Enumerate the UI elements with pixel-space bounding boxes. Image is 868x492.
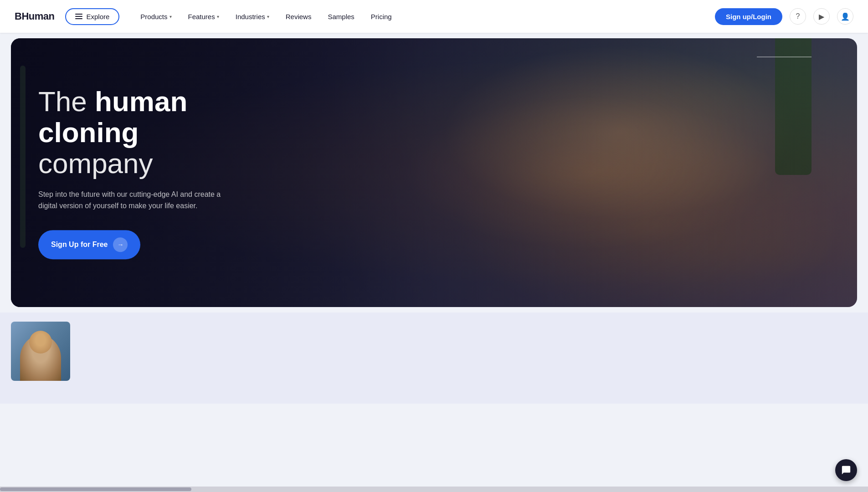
nav-item-industries[interactable]: Industries ▾ <box>229 9 276 24</box>
arrow-right-icon: → <box>113 237 128 252</box>
explore-button[interactable]: Explore <box>65 8 119 25</box>
scrollbar[interactable] <box>0 487 868 492</box>
nav-industries-label: Industries <box>236 13 265 20</box>
hero-subtitle: Step into the future with our cutting-ed… <box>38 189 230 212</box>
hero-content: The human cloning company Step into the … <box>38 86 293 259</box>
scrollbar-thumb <box>0 487 191 491</box>
nav-item-pricing[interactable]: Pricing <box>365 9 398 24</box>
chevron-down-icon: ▾ <box>217 14 219 19</box>
hamburger-icon <box>75 14 82 19</box>
signup-button[interactable]: Sign up/Login <box>715 8 782 25</box>
user-icon[interactable]: 👤 <box>837 8 853 25</box>
nav-pricing-label: Pricing <box>371 13 392 20</box>
nav-item-features[interactable]: Features ▾ <box>182 9 226 24</box>
explore-label: Explore <box>86 13 109 20</box>
hero-title: The human cloning company <box>38 86 293 179</box>
navbar: BHuman Explore Products ▾ Features ▾ Ind… <box>0 0 868 33</box>
brand-logo[interactable]: BHuman <box>15 10 54 22</box>
hero-title-line2: company <box>38 148 153 179</box>
navbar-right: Sign up/Login ? ▶ 👤 <box>715 8 853 25</box>
chat-icon <box>841 465 851 475</box>
help-icon[interactable]: ? <box>790 8 806 25</box>
chat-button[interactable] <box>835 459 857 481</box>
nav-item-samples[interactable]: Samples <box>321 9 360 24</box>
bottom-section <box>0 313 868 404</box>
nav-samples-label: Samples <box>328 13 354 20</box>
avatar-card <box>11 322 70 381</box>
nav-features-label: Features <box>188 13 215 20</box>
chevron-down-icon: ▾ <box>267 14 269 19</box>
hero-cta-label: Sign Up for Free <box>51 241 108 249</box>
nav-item-reviews[interactable]: Reviews <box>279 9 318 24</box>
main-nav: Products ▾ Features ▾ Industries ▾ Revie… <box>134 9 715 24</box>
send-icon[interactable]: ▶ <box>813 8 830 25</box>
hero-topright-line <box>757 56 812 57</box>
hero-section: The human cloning company Step into the … <box>11 38 857 307</box>
main-content: The human cloning company Step into the … <box>0 0 868 404</box>
hero-cta-button[interactable]: Sign Up for Free → <box>38 230 140 259</box>
nav-item-products[interactable]: Products ▾ <box>134 9 178 24</box>
hero-title-regular: The <box>38 86 87 117</box>
nav-products-label: Products <box>140 13 167 20</box>
nav-reviews-label: Reviews <box>286 13 312 20</box>
chevron-down-icon: ▾ <box>169 14 172 19</box>
